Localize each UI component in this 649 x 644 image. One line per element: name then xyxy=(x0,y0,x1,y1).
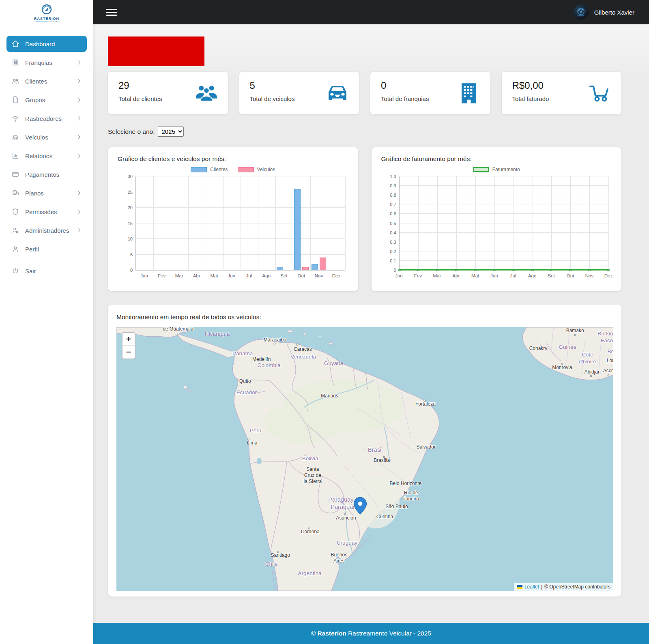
sidebar-item-veiculos[interactable]: Veículos xyxy=(6,129,87,145)
chevron-right-icon xyxy=(76,78,82,84)
content: 29Total de clientes5Total de veiculos0To… xyxy=(93,24,649,623)
payments-icon xyxy=(11,170,19,178)
map-place-dot xyxy=(296,343,298,346)
home-icon xyxy=(11,40,19,48)
x-tick-label: Jun xyxy=(228,273,235,278)
x-tick-label: Out xyxy=(298,273,305,278)
y-tick-label: 0.3 xyxy=(382,240,396,245)
sidebar-item-pagamentos[interactable]: Pagamentos xyxy=(6,166,87,182)
sidebar-item-franquias[interactable]: Franquias xyxy=(6,54,87,71)
y-tick-label: 5 xyxy=(118,252,133,257)
zoom-in-button[interactable]: + xyxy=(122,333,135,346)
x-tick-label: Jan xyxy=(395,273,403,278)
map-label-rio-de-janeiro: Rio de Janeiro xyxy=(403,490,419,502)
user-menu[interactable]: Gilberto Xavier xyxy=(573,4,634,20)
map-label-panama: Panamá xyxy=(232,350,253,357)
legend-label: Clientes xyxy=(210,167,228,172)
x-tick-label: Mar xyxy=(175,273,183,278)
brand-name: RASTERION xyxy=(34,17,59,21)
y-tick-label: 0.5 xyxy=(382,221,396,226)
legend-item-clientes[interactable]: Clientes xyxy=(191,167,228,172)
chevron-right-icon xyxy=(76,190,82,196)
gridline-v xyxy=(551,176,552,270)
sidebar-item-grupos[interactable]: Grupos xyxy=(6,92,87,108)
vehicle-marker-pin[interactable] xyxy=(353,497,367,515)
gridline-v xyxy=(456,176,457,270)
gridline-h xyxy=(400,213,609,214)
map-label-lome: Lomé xyxy=(607,357,613,363)
year-select[interactable]: 2025 xyxy=(158,127,184,137)
map-label-paraguay-paraguai: Paraguay / Paraguái xyxy=(328,496,357,511)
bar-clientes-out xyxy=(294,189,301,270)
map-label-brasilia: Brasília xyxy=(374,457,390,464)
x-tick-label: Jan xyxy=(140,273,148,278)
map-label-bolivia: Bolivia xyxy=(302,455,318,462)
brand-logo-icon xyxy=(40,4,54,16)
map-label-caracas: Caracas xyxy=(294,346,312,352)
map-place-dot xyxy=(574,334,576,336)
sidebar-item-administradores[interactable]: Administradores xyxy=(6,222,87,238)
chevron-right-icon xyxy=(76,116,82,121)
chart-legend: ClientesVeiculos xyxy=(118,167,348,172)
bar-veiculos-nov xyxy=(320,258,326,270)
osm-attribution[interactable]: © OpenStreetMap contributors xyxy=(544,584,610,590)
x-tick-label: Abr xyxy=(193,273,200,278)
gridline-h xyxy=(400,242,609,242)
user-avatar xyxy=(573,4,589,20)
map-label-de-guatemala: de Guatemala xyxy=(163,327,193,332)
sidebar-item-perfil[interactable]: Perfil xyxy=(6,241,87,257)
map-label-conakry: Conakry xyxy=(529,346,548,352)
sidebar-item-label: Rastreadores xyxy=(25,115,76,122)
permissions-icon xyxy=(11,208,19,216)
sidebar-item-clientes[interactable]: Clientes xyxy=(6,73,87,89)
attribution-separator: | xyxy=(541,584,542,590)
map-canvas[interactable]: + − Leaflet | © OpenStreetMap contributo… xyxy=(116,327,613,591)
logout-icon xyxy=(11,267,19,275)
x-tick-label: Jul xyxy=(510,273,516,278)
admins-icon xyxy=(11,226,19,234)
map-attribution: Leaflet | © OpenStreetMap contributors xyxy=(514,583,613,591)
gridline-v xyxy=(206,176,206,270)
sidebar-item-relatorios[interactable]: Relatórios xyxy=(6,148,87,164)
sidebar-item-permissoes[interactable]: Permissões xyxy=(6,204,87,220)
legend-item-faturamento[interactable]: Faturamento xyxy=(473,167,520,172)
sidebar-item-label: Pagamentos xyxy=(25,171,82,178)
charts-row: Gráfico de clientes e veículos por mês: … xyxy=(108,147,621,291)
map-label-lima: Lima xyxy=(247,440,257,446)
map-label-brasil: Brasil xyxy=(368,446,383,453)
chevron-right-icon xyxy=(76,134,82,140)
menu-toggle-button[interactable] xyxy=(106,7,117,17)
main-column: Gilberto Xavier 29Total de clientes5Tota… xyxy=(93,0,649,644)
sidebar-item-sair[interactable]: Sair xyxy=(6,263,87,279)
y-tick-label: 15 xyxy=(118,221,133,226)
sidebar-item-dashboard[interactable]: Dashboard xyxy=(6,36,87,52)
gridline-v xyxy=(293,176,293,270)
year-selector-label: Selecione o ano: xyxy=(108,128,155,135)
legend-swatch xyxy=(191,167,207,172)
x-tick-label: Dez xyxy=(604,273,612,278)
zoom-out-button[interactable]: − xyxy=(122,346,135,358)
map-label-uruguay: Uruguay xyxy=(337,539,357,546)
gridline-v xyxy=(241,176,241,270)
sidebar-item-label: Sair xyxy=(25,268,82,275)
y-tick-label: 0.2 xyxy=(382,249,396,254)
sidebar-item-planos[interactable]: Planos xyxy=(6,185,87,201)
year-selector-row: Selecione o ano: 2025 xyxy=(108,127,621,137)
plans-icon xyxy=(11,189,19,197)
x-tick-label: Out xyxy=(567,273,574,278)
brand-tagline: Rastreamento Veicular xyxy=(35,21,58,23)
y-tick-label: 0.6 xyxy=(382,211,396,216)
sidebar: RASTERION Rastreamento Veicular Dashboar… xyxy=(0,0,93,644)
gridline-v xyxy=(418,176,419,270)
stat-cards-row: 29Total de clientes5Total de veiculos0To… xyxy=(108,72,621,114)
chart-area: 051015202530 JanFevMarAbrMaiJunJulAgoSet… xyxy=(135,176,345,280)
map-label-asuncion: Asunción xyxy=(336,515,356,521)
stat-card-total-de-veiculos: 5Total de veiculos xyxy=(239,72,359,114)
leaflet-link[interactable]: Leaflet xyxy=(524,584,539,590)
x-tick-label: Mai xyxy=(471,273,479,278)
gridline-v xyxy=(310,176,311,270)
map-label-belo-horizonte: Belo Horizonte xyxy=(390,480,422,486)
legend-item-veiculos[interactable]: Veiculos xyxy=(238,167,275,172)
sidebar-item-rastreadores[interactable]: Rastreadores xyxy=(6,110,87,127)
topbar: Gilberto Xavier xyxy=(93,0,649,24)
